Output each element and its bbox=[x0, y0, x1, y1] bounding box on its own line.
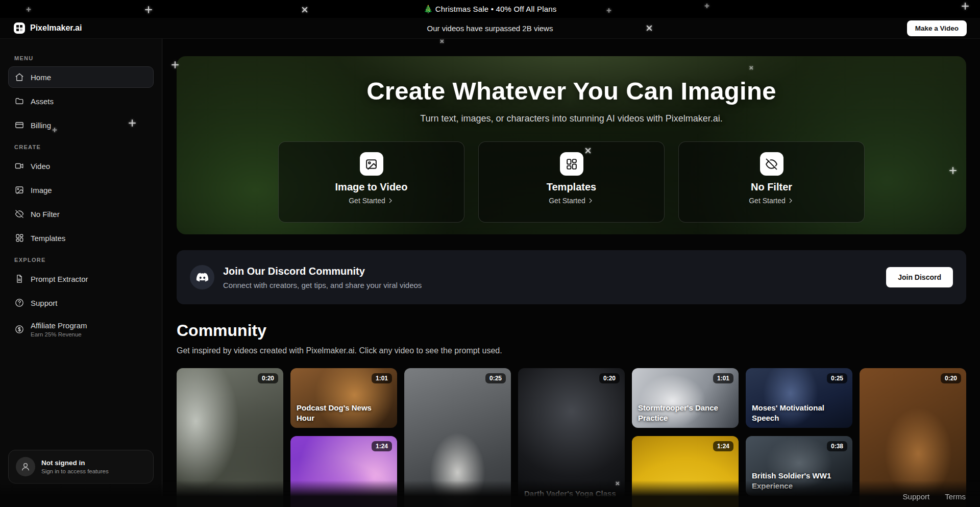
video-card-podcast-dog[interactable]: 1:01 Podcast Dog's News Hour bbox=[290, 368, 397, 428]
card-title: No Filter bbox=[751, 181, 792, 193]
make-a-video-button[interactable]: Make a Video bbox=[907, 20, 967, 36]
sidebar-item-templates[interactable]: Templates bbox=[8, 227, 154, 249]
image-icon bbox=[15, 185, 24, 195]
video-card-moses[interactable]: 0:25 Moses' Motivational Speech bbox=[746, 368, 852, 428]
sidebar-section-create: CREATE bbox=[14, 144, 148, 150]
card-title: Image to Video bbox=[335, 181, 408, 193]
sidebar-item-label-group: Affiliate Program Earn 25% Revenue bbox=[31, 321, 87, 337]
duration-badge: 1:01 bbox=[372, 373, 392, 383]
pixelmaker-logo-icon bbox=[13, 22, 26, 34]
dollar-circle-icon bbox=[15, 325, 24, 334]
get-started-link[interactable]: Get Started bbox=[749, 197, 794, 205]
community-subheading: Get inspired by videos created with Pixe… bbox=[177, 346, 966, 355]
duration-badge: 0:25 bbox=[485, 373, 506, 383]
get-started-label: Get Started bbox=[549, 197, 585, 205]
chevron-right-icon bbox=[787, 197, 794, 204]
sidebar-item-no-filter[interactable]: No Filter bbox=[8, 203, 154, 225]
promo-banner-text: 🎄 Christmas Sale • 40% Off All Plans bbox=[424, 5, 557, 14]
affiliate-revenue-note: Earn 25% Revenue bbox=[31, 331, 87, 337]
image-to-video-card[interactable]: Image to Video Get Started bbox=[278, 141, 464, 223]
eye-off-icon bbox=[15, 209, 24, 219]
header: Pixelmaker.ai Our videos have surpassed … bbox=[0, 18, 980, 39]
sign-in-hint: Sign in to access features bbox=[41, 468, 109, 474]
sidebar-item-assets[interactable]: Assets bbox=[8, 90, 154, 112]
community-heading: Community bbox=[177, 321, 966, 340]
get-started-link[interactable]: Get Started bbox=[549, 197, 594, 205]
sidebar-item-home[interactable]: Home bbox=[8, 66, 154, 88]
sidebar-item-label: Billing bbox=[31, 121, 51, 130]
templates-card[interactable]: Templates Get Started bbox=[478, 141, 665, 223]
get-started-label: Get Started bbox=[349, 197, 385, 205]
hero-subtitle: Turn text, images, or characters into st… bbox=[177, 113, 966, 124]
folder-icon bbox=[15, 96, 24, 106]
promo-banner: 🎄 Christmas Sale • 40% Off All Plans bbox=[0, 0, 980, 18]
no-filter-card[interactable]: No Filter Get Started bbox=[678, 141, 865, 223]
brand-logo[interactable]: Pixelmaker.ai bbox=[13, 22, 82, 34]
sidebar: MENU Home Assets Billing CREATE Video Im… bbox=[0, 39, 162, 507]
footer: Support Terms bbox=[0, 480, 980, 507]
templates-grid-icon bbox=[560, 152, 583, 176]
duration-badge: 0:20 bbox=[941, 373, 961, 383]
duration-badge: 1:24 bbox=[372, 441, 392, 451]
templates-grid-icon bbox=[15, 233, 24, 243]
discord-text-group: Join Our Discord Community Connect with … bbox=[223, 265, 422, 289]
sidebar-item-video[interactable]: Video bbox=[8, 155, 154, 177]
help-circle-icon bbox=[15, 298, 24, 307]
discord-icon bbox=[190, 265, 214, 289]
hero-cards-row: Image to Video Get Started Templates Get… bbox=[177, 141, 966, 223]
sidebar-item-image[interactable]: Image bbox=[8, 179, 154, 201]
home-icon bbox=[15, 73, 24, 82]
sidebar-section-menu: MENU bbox=[14, 55, 148, 61]
document-icon bbox=[15, 274, 24, 283]
sign-in-status: Not signed in bbox=[41, 459, 109, 467]
duration-badge: 0:20 bbox=[258, 373, 278, 383]
duration-badge: 0:38 bbox=[827, 441, 847, 451]
duration-badge: 1:01 bbox=[713, 373, 733, 383]
chevron-right-icon bbox=[587, 197, 594, 204]
sidebar-item-label: No Filter bbox=[31, 210, 60, 219]
join-discord-button[interactable]: Join Discord bbox=[886, 267, 953, 287]
card-title: Templates bbox=[547, 181, 596, 193]
hero-title: Create Whatever You Can Imagine bbox=[177, 56, 966, 105]
duration-badge: 0:20 bbox=[599, 373, 620, 383]
sidebar-item-label: Video bbox=[31, 162, 50, 171]
hero-section: Create Whatever You Can Imagine Turn tex… bbox=[177, 56, 966, 234]
sidebar-item-support[interactable]: Support bbox=[8, 292, 154, 313]
sidebar-item-affiliate-program[interactable]: Affiliate Program Earn 25% Revenue bbox=[8, 316, 154, 343]
sidebar-item-label: Image bbox=[31, 186, 52, 195]
sidebar-item-label: Home bbox=[31, 73, 51, 82]
sidebar-item-label: Assets bbox=[31, 97, 54, 106]
discord-banner: Join Our Discord Community Connect with … bbox=[177, 250, 966, 304]
discord-subtitle: Connect with creators, get tips, and sha… bbox=[223, 281, 422, 289]
sidebar-section-explore: EXPLORE bbox=[14, 257, 148, 263]
user-avatar-icon bbox=[16, 457, 35, 476]
sign-in-card[interactable]: Not signed in Sign in to access features bbox=[8, 450, 154, 484]
video-title: Moses' Motivational Speech bbox=[752, 403, 846, 423]
brand-name: Pixelmaker.ai bbox=[30, 23, 82, 33]
eye-off-icon bbox=[760, 152, 783, 176]
sidebar-item-billing[interactable]: Billing bbox=[8, 114, 154, 136]
image-to-video-icon bbox=[360, 152, 383, 176]
get-started-link[interactable]: Get Started bbox=[349, 197, 394, 205]
sidebar-item-label: Prompt Extractor bbox=[31, 275, 88, 283]
chevron-right-icon bbox=[387, 197, 394, 204]
video-title: Podcast Dog's News Hour bbox=[297, 403, 391, 423]
credit-card-icon bbox=[15, 120, 24, 130]
video-card-stormtrooper[interactable]: 1:01 Stormtrooper's Dance Practice bbox=[632, 368, 739, 428]
video-title: Stormtrooper's Dance Practice bbox=[638, 403, 732, 423]
sidebar-item-prompt-extractor[interactable]: Prompt Extractor bbox=[8, 268, 154, 289]
duration-badge: 1:24 bbox=[713, 441, 733, 451]
main-content: Create Whatever You Can Imagine Turn tex… bbox=[163, 39, 980, 507]
sidebar-item-label: Support bbox=[31, 299, 58, 307]
views-announcement: Our videos have surpassed 2B views bbox=[0, 24, 980, 33]
duration-badge: 0:25 bbox=[827, 373, 847, 383]
sign-in-text-group: Not signed in Sign in to access features bbox=[41, 459, 109, 474]
get-started-label: Get Started bbox=[749, 197, 786, 205]
discord-title: Join Our Discord Community bbox=[223, 265, 422, 277]
video-camera-icon bbox=[15, 161, 24, 171]
footer-support-link[interactable]: Support bbox=[903, 492, 930, 501]
sidebar-item-label: Affiliate Program bbox=[31, 321, 87, 330]
footer-terms-link[interactable]: Terms bbox=[945, 492, 966, 501]
sidebar-item-label: Templates bbox=[31, 234, 65, 243]
